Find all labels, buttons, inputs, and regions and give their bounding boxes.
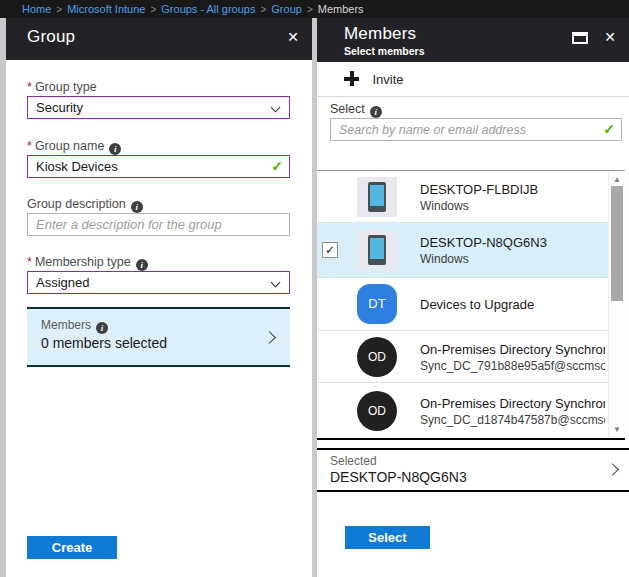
- chevron-right-icon: [263, 331, 276, 344]
- member-name: Devices to Upgrade: [420, 296, 605, 313]
- group-type-select[interactable]: Security: [27, 96, 290, 119]
- members-panel-header: Members Select members ✕: [317, 18, 629, 62]
- membership-type-label: *Membership typei: [27, 255, 148, 271]
- membership-type-value: Assigned: [36, 275, 89, 290]
- breadcrumb-separator: >: [150, 4, 156, 15]
- group-type-label: *Group type: [27, 80, 97, 94]
- group-panel-header: Group ✕: [6, 18, 312, 60]
- members-summary-label: Membersi: [41, 318, 108, 334]
- members-panel-title: Members: [344, 24, 416, 44]
- list-item-on-premises-sync-1[interactable]: OD On-Premises Directory Synchroni... Sy…: [317, 331, 608, 383]
- list-item-desktop-flbdijb[interactable]: DESKTOP-FLBDIJB Windows: [317, 171, 608, 223]
- group-name-label: *Group namei: [27, 139, 121, 155]
- member-name: DESKTOP-N8QG6N3: [420, 234, 605, 251]
- list-item-devices-to-upgrade[interactable]: DT Devices to Upgrade: [317, 278, 608, 331]
- close-icon[interactable]: ✕: [604, 30, 616, 44]
- list-item-on-premises-sync-2[interactable]: OD On-Premises Directory Synchroni... Sy…: [317, 383, 608, 438]
- group-description-input[interactable]: [27, 213, 290, 236]
- scrollbar[interactable]: ▲ ▼: [608, 171, 625, 438]
- info-icon: i: [109, 143, 121, 155]
- member-list: DESKTOP-FLBDIJB Windows ✓ DESKTOP-N8QG6N…: [317, 170, 625, 440]
- invite-button[interactable]: Invite: [344, 70, 404, 92]
- maximize-icon[interactable]: [572, 32, 588, 44]
- search-input[interactable]: [330, 118, 622, 141]
- selected-section[interactable]: Selected DESKTOP-N8QG6N3: [317, 448, 629, 492]
- valid-checkmark-icon: ✓: [603, 121, 615, 137]
- scrollbar-thumb[interactable]: [611, 186, 623, 301]
- scroll-up-icon[interactable]: ▲: [609, 175, 625, 184]
- breadcrumb-microsoft-intune[interactable]: Microsoft Intune: [67, 3, 145, 15]
- breadcrumb-groups-all-groups[interactable]: Groups - All groups: [161, 3, 255, 15]
- selected-label: Selected: [330, 454, 377, 468]
- info-icon: i: [96, 322, 108, 334]
- search-field-wrap: ✓: [330, 118, 622, 141]
- breadcrumb-home[interactable]: Home: [22, 3, 51, 15]
- breadcrumb-members: Members: [318, 3, 364, 15]
- breadcrumb-group[interactable]: Group: [271, 3, 302, 15]
- invite-label: Invite: [372, 72, 403, 87]
- group-name-input[interactable]: [27, 155, 290, 178]
- breadcrumb-separator: >: [56, 4, 62, 15]
- required-asterisk: *: [27, 255, 32, 269]
- select-label: Selecti: [330, 102, 382, 118]
- member-subtext: Sync_DC_d1874b47587b@sccmsol...: [420, 411, 605, 427]
- group-type-value: Security: [36, 100, 83, 115]
- phone-icon: [368, 182, 386, 212]
- breadcrumb-separator: >: [307, 4, 313, 15]
- close-icon[interactable]: ✕: [287, 30, 299, 44]
- user-avatar: OD: [357, 391, 397, 431]
- member-subtext: Sync_DC_791b88e95a5f@sccmsol...: [420, 357, 605, 373]
- create-button[interactable]: Create: [27, 536, 117, 559]
- scroll-down-icon[interactable]: ▼: [609, 425, 625, 434]
- checkbox-checked[interactable]: ✓: [322, 242, 338, 258]
- chevron-down-icon: [271, 278, 281, 288]
- required-asterisk: *: [27, 80, 32, 94]
- valid-checkmark-icon: ✓: [271, 158, 283, 174]
- member-name: On-Premises Directory Synchroni...: [420, 394, 605, 411]
- divider: [317, 96, 629, 97]
- group-description-field-wrap: [27, 213, 290, 236]
- device-avatar: [357, 177, 397, 217]
- breadcrumb: Home>Microsoft Intune>Groups - All group…: [0, 0, 629, 18]
- members-summary-value: 0 members selected: [41, 335, 167, 351]
- members-summary-box[interactable]: Membersi 0 members selected: [27, 307, 290, 367]
- list-item-desktop-n8qg6n3[interactable]: ✓ DESKTOP-N8QG6N3 Windows: [317, 223, 608, 278]
- member-name: DESKTOP-FLBDIJB: [420, 180, 605, 197]
- member-subtext: Windows: [420, 197, 605, 213]
- member-name: On-Premises Directory Synchroni...: [420, 340, 605, 357]
- membership-type-select[interactable]: Assigned: [27, 271, 290, 294]
- user-avatar: OD: [357, 337, 397, 377]
- group-panel: Group ✕ *Group type Security *Group name…: [6, 18, 312, 577]
- breadcrumb-separator: >: [260, 4, 266, 15]
- group-panel-title: Group: [27, 27, 75, 47]
- info-icon: i: [136, 259, 148, 271]
- select-button[interactable]: Select: [345, 526, 430, 549]
- chevron-right-icon: [606, 463, 619, 476]
- group-description-label: Group descriptioni: [27, 197, 143, 213]
- group-avatar: DT: [357, 284, 397, 324]
- group-name-field-wrap: ✓: [27, 155, 290, 178]
- members-panel: Members Select members ✕ Invite Selecti …: [317, 18, 629, 577]
- info-icon: i: [131, 201, 143, 213]
- device-avatar: [357, 230, 397, 270]
- info-icon: i: [370, 106, 382, 118]
- phone-icon: [368, 235, 386, 265]
- plus-icon: [344, 71, 359, 86]
- chevron-down-icon: [271, 103, 281, 113]
- required-asterisk: *: [27, 139, 32, 153]
- member-subtext: Windows: [420, 251, 605, 267]
- members-panel-subtitle: Select members: [344, 45, 425, 57]
- selected-value: DESKTOP-N8QG6N3: [330, 469, 467, 485]
